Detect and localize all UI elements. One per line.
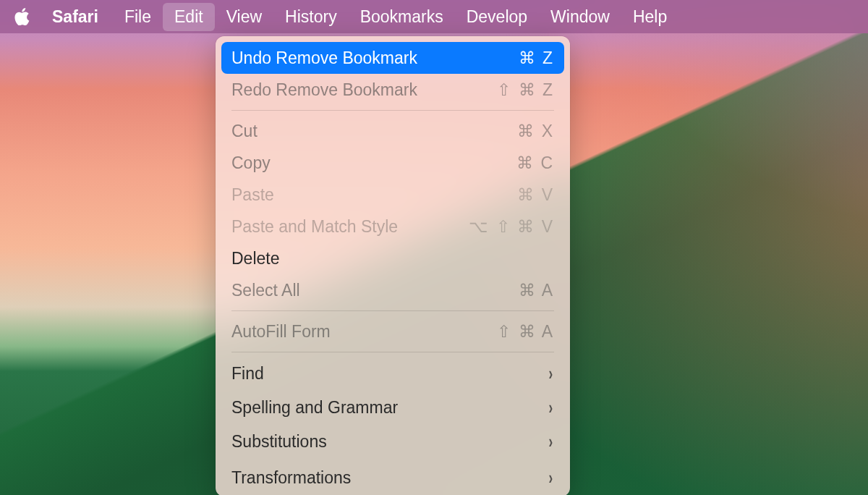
menuitem-shortcut: ⌘ Z [519, 48, 554, 68]
app-name[interactable]: Safari [43, 4, 107, 30]
menuitem-spelling-grammar[interactable]: Spelling and Grammar › [221, 391, 564, 425]
menuitem-select-all[interactable]: Select All ⌘ A [221, 274, 564, 306]
menuitem-label: Select All [231, 281, 300, 300]
menuitem-label: Find [231, 364, 264, 384]
menuitem-delete[interactable]: Delete [221, 242, 564, 274]
menuitem-undo[interactable]: Undo Remove Bookmark ⌘ Z [221, 42, 564, 74]
menu-divider [231, 352, 554, 352]
chevron-right-icon: › [549, 363, 553, 385]
menuitem-transformations[interactable]: Transformations › [221, 459, 564, 491]
menu-file[interactable]: File [113, 3, 163, 31]
menuitem-shortcut: ⇧ ⌘ A [497, 322, 554, 342]
menuitem-paste: Paste ⌘ V [221, 179, 564, 211]
menu-view[interactable]: View [215, 3, 273, 31]
menu-window[interactable]: Window [539, 3, 621, 31]
menuitem-label: Delete [231, 249, 279, 268]
menu-divider [231, 310, 554, 311]
menuitem-label: Redo Remove Bookmark [231, 80, 417, 100]
menuitem-paste-match-style: Paste and Match Style ⌥ ⇧ ⌘ V [221, 211, 564, 242]
menuitem-cut[interactable]: Cut ⌘ X [221, 115, 564, 147]
chevron-right-icon: › [549, 431, 553, 453]
menuitem-label: Copy [231, 153, 271, 173]
menuitem-substitutions[interactable]: Substitutions › [221, 425, 564, 459]
menuitem-label: Cut [231, 122, 258, 141]
menuitem-shortcut: ⌘ A [519, 281, 554, 300]
menuitem-label: Transformations [231, 468, 351, 488]
menu-history[interactable]: History [273, 3, 349, 31]
menuitem-find[interactable]: Find › [221, 357, 564, 391]
edit-dropdown-menu: Undo Remove Bookmark ⌘ Z Redo Remove Boo… [216, 36, 570, 495]
chevron-right-icon: › [549, 467, 553, 489]
menuitem-autofill-form[interactable]: AutoFill Form ⇧ ⌘ A [221, 316, 564, 347]
menuitem-shortcut: ⌘ X [517, 122, 554, 141]
menuitem-redo[interactable]: Redo Remove Bookmark ⇧ ⌘ Z [221, 74, 564, 106]
system-menubar: Safari File Edit View History Bookmarks … [0, 0, 868, 33]
apple-menu-icon[interactable] [13, 8, 30, 25]
menuitem-label: AutoFill Form [231, 322, 331, 342]
menuitem-label: Substitutions [231, 432, 327, 452]
menuitem-copy[interactable]: Copy ⌘ C [221, 147, 564, 179]
menuitem-shortcut: ⇧ ⌘ Z [497, 80, 554, 100]
menu-divider [231, 110, 554, 111]
menu-help[interactable]: Help [621, 3, 678, 31]
menuitem-label: Paste [231, 185, 274, 205]
menuitem-shortcut: ⌥ ⇧ ⌘ V [469, 217, 554, 237]
menuitem-label: Paste and Match Style [231, 217, 398, 237]
menu-bookmarks[interactable]: Bookmarks [349, 3, 455, 31]
chevron-right-icon: › [549, 397, 553, 419]
menuitem-shortcut: ⌘ C [516, 153, 554, 173]
menuitem-shortcut: ⌘ V [517, 185, 554, 205]
menuitem-label: Spelling and Grammar [231, 398, 398, 418]
menu-edit[interactable]: Edit [163, 3, 215, 31]
menu-develop[interactable]: Develop [455, 3, 539, 31]
menuitem-label: Undo Remove Bookmark [231, 48, 417, 68]
